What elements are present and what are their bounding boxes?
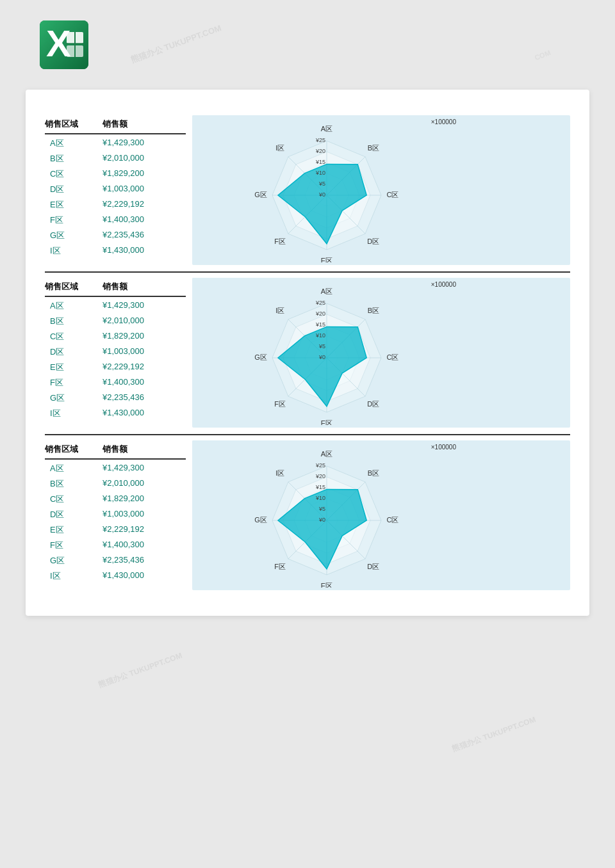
sales-cell: ¥2,235,436	[102, 555, 186, 567]
chart-section-3: 销售区域销售额A区¥1,429,300B区¥2,010,000C区¥1,829,…	[45, 435, 570, 597]
svg-text:¥5: ¥5	[318, 181, 325, 187]
svg-text:F区: F区	[274, 400, 286, 408]
sales-cell: ¥1,429,300	[102, 463, 186, 474]
region-cell: D区	[45, 509, 102, 520]
document-container: 销售区域销售额A区¥1,429,300B区¥2,010,000C区¥1,829,…	[26, 90, 589, 616]
table-side: 销售区域销售额A区¥1,429,300B区¥2,010,000C区¥1,829,…	[45, 278, 192, 428]
svg-text:¥15: ¥15	[315, 159, 325, 165]
table-data-row: F区¥1,400,300	[45, 538, 186, 553]
region-cell: E区	[45, 199, 102, 211]
region-cell: F区	[45, 540, 102, 551]
svg-text:×100000: ×100000	[431, 281, 457, 288]
svg-text:×100000: ×100000	[431, 118, 457, 125]
sales-cell: ¥1,430,000	[102, 570, 186, 582]
svg-text:I区: I区	[275, 307, 284, 314]
sales-cell: ¥1,003,000	[102, 346, 186, 358]
svg-text:¥15: ¥15	[315, 321, 325, 328]
table-data-row: E区¥2,229,192	[45, 360, 186, 375]
table-data-row: D区¥1,003,000	[45, 507, 186, 522]
svg-text:G区: G区	[254, 353, 267, 361]
svg-text:A区: A区	[321, 450, 332, 458]
table-data-row: G区¥2,235,436	[45, 553, 186, 568]
sales-cell: ¥1,429,300	[102, 300, 186, 312]
table-side: 销售区域销售额A区¥1,429,300B区¥2,010,000C区¥1,829,…	[45, 115, 192, 265]
sales-cell: ¥1,829,200	[102, 494, 186, 505]
svg-text:C区: C区	[387, 516, 399, 524]
svg-text:¥10: ¥10	[315, 495, 325, 501]
region-cell: B区	[45, 316, 102, 327]
table-data-row: C区¥1,829,200	[45, 492, 186, 507]
region-cell: D区	[45, 184, 102, 195]
svg-text:¥20: ¥20	[315, 148, 325, 154]
table-data-row: G区¥2,235,436	[45, 390, 186, 406]
svg-text:¥10: ¥10	[315, 170, 325, 176]
region-cell: F区	[45, 377, 102, 389]
table-data-row: A区¥1,429,300	[45, 461, 186, 476]
svg-text:D区: D区	[367, 237, 379, 245]
region-cell: E区	[45, 524, 102, 536]
sales-cell: ¥2,010,000	[102, 316, 186, 327]
svg-text:C区: C区	[387, 353, 399, 361]
sales-cell: ¥2,229,192	[102, 524, 186, 536]
region-cell: G区	[45, 392, 102, 404]
col-region-header: 销售区域	[45, 444, 102, 455]
svg-text:B区: B区	[368, 307, 379, 314]
excel-logo: X	[38, 19, 90, 70]
table-data-row: F区¥1,400,300	[45, 375, 186, 390]
svg-text:¥25: ¥25	[315, 462, 325, 469]
region-cell: C区	[45, 331, 102, 342]
svg-text:E区: E区	[321, 419, 332, 425]
region-cell: A区	[45, 300, 102, 312]
sales-cell: ¥1,400,300	[102, 377, 186, 389]
sales-cell: ¥1,429,300	[102, 138, 186, 149]
col-sales-header: 销售额	[102, 444, 186, 455]
region-cell: E区	[45, 362, 102, 373]
table-data-row: I区¥1,430,000	[45, 243, 186, 259]
table-data-row: E区¥2,229,192	[45, 197, 186, 213]
svg-text:E区: E区	[321, 257, 332, 262]
col-region-header: 销售区域	[45, 281, 102, 293]
chart-side: A区B区C区D区E区F区G区I区 ¥0¥5¥10¥15¥20¥25 ×10000…	[192, 115, 570, 265]
region-cell: I区	[45, 570, 102, 582]
region-cell: C区	[45, 168, 102, 180]
svg-text:F区: F区	[274, 563, 286, 570]
region-cell: G区	[45, 230, 102, 241]
svg-text:G区: G区	[254, 516, 267, 524]
svg-text:G区: G区	[254, 191, 267, 198]
region-cell: I区	[45, 245, 102, 257]
sales-cell: ¥1,400,300	[102, 214, 186, 226]
svg-text:¥20: ¥20	[315, 473, 325, 479]
region-cell: F区	[45, 214, 102, 226]
table-data-row: D区¥1,003,000	[45, 182, 186, 197]
table-data-row: D区¥1,003,000	[45, 344, 186, 360]
chart-section-2: 销售区域销售额A区¥1,429,300B区¥2,010,000C区¥1,829,…	[45, 273, 570, 435]
sales-cell: ¥2,229,192	[102, 362, 186, 373]
sales-cell: ¥1,829,200	[102, 168, 186, 180]
svg-text:E区: E区	[321, 582, 332, 588]
svg-text:¥25: ¥25	[315, 137, 325, 143]
table-data-row: I区¥1,430,000	[45, 568, 186, 584]
header: X	[0, 0, 615, 77]
chart-side: A区B区C区D区E区F区G区I区 ¥0¥5¥10¥15¥20¥25 ×10000…	[192, 278, 570, 428]
region-cell: I区	[45, 408, 102, 419]
table-data-row: B区¥2,010,000	[45, 476, 186, 492]
table-header-row: 销售区域销售额	[45, 440, 186, 460]
sales-cell: ¥1,400,300	[102, 540, 186, 551]
svg-text:¥5: ¥5	[318, 343, 325, 350]
svg-text:¥10: ¥10	[315, 332, 325, 339]
svg-text:I区: I区	[275, 469, 284, 477]
region-cell: D区	[45, 346, 102, 358]
chart-section-1: 销售区域销售额A区¥1,429,300B区¥2,010,000C区¥1,829,…	[45, 110, 570, 273]
sales-cell: ¥2,229,192	[102, 199, 186, 211]
sales-cell: ¥1,430,000	[102, 245, 186, 257]
svg-text:¥5: ¥5	[318, 506, 325, 512]
svg-text:D区: D区	[367, 563, 379, 570]
table-data-row: F区¥1,400,300	[45, 213, 186, 228]
table-data-row: B区¥2,010,000	[45, 151, 186, 166]
svg-text:¥25: ¥25	[315, 300, 325, 306]
sales-cell: ¥1,003,000	[102, 509, 186, 520]
svg-text:¥15: ¥15	[315, 484, 325, 490]
col-sales-header: 销售额	[102, 281, 186, 293]
svg-text:A区: A区	[321, 287, 332, 295]
region-cell: C区	[45, 494, 102, 505]
